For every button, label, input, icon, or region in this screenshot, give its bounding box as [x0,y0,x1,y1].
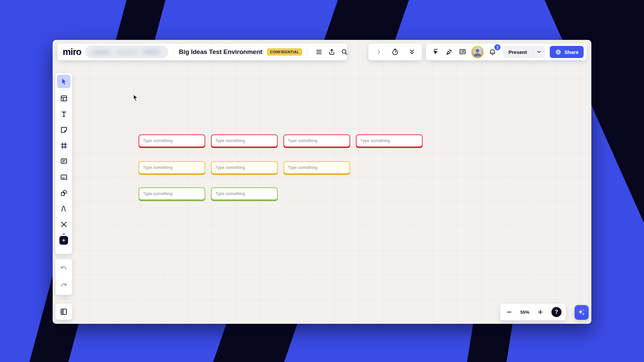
follow-cursor-button[interactable] [429,46,442,58]
globe-icon [555,49,562,56]
tool-connector[interactable] [57,217,70,232]
session-card [368,44,422,60]
tools-toolbar [55,73,72,254]
mouse-cursor [132,94,139,101]
blur-blob [91,50,111,55]
redo-icon [59,281,68,290]
feedback-button[interactable] [456,46,469,58]
zoom-out-button[interactable] [504,306,514,318]
tool-select[interactable] [57,75,70,88]
zoom-level[interactable]: 55% [520,310,529,315]
timer-icon [391,48,399,56]
sparkles-icon [577,308,586,317]
confidential-badge[interactable]: CONFIDENTIAL [267,48,302,56]
text-icon [60,110,68,118]
help-button[interactable]: ? [551,307,561,317]
divider [173,47,174,57]
avatar[interactable] [471,46,484,58]
follow-cursor-icon [432,48,440,56]
collapse-icon [408,48,416,56]
export-icon [328,48,336,56]
templates-icon [60,94,68,103]
tool-pen[interactable] [57,201,70,217]
divider [307,47,308,57]
input-field-red[interactable]: Type something [356,134,423,147]
input-field-red[interactable]: Type something [211,134,278,147]
tool-card[interactable] [57,169,70,185]
pen-icon [60,204,68,213]
input-field-green[interactable]: Type something [139,187,205,200]
collaboration-card: 3 Present Share [426,44,587,60]
history-toolbar [55,259,72,295]
frames-panel-icon [59,307,68,316]
menu-button[interactable] [313,46,325,58]
feedback-icon [459,48,467,56]
ai-assistant-button[interactable] [575,305,589,320]
input-field-red[interactable]: Type something [283,134,350,147]
redo-button[interactable] [57,278,70,294]
plus-icon [59,236,68,245]
present-button[interactable]: Present [503,49,533,55]
undo-button[interactable] [57,260,70,276]
tool-sticky-note[interactable] [57,122,70,138]
sticky-note-icon [60,126,68,134]
search-icon [340,48,348,56]
reactions-icon [445,48,453,56]
minus-icon [506,309,513,315]
miro-logo[interactable]: miro [63,47,81,57]
desktop-background: Type something Type something Type somet… [0,0,644,362]
connector-icon [60,220,68,229]
tool-text[interactable] [57,106,70,122]
zoom-controls: 55% ? [500,304,566,320]
frames-panel-button[interactable] [55,304,72,320]
tool-frame[interactable] [57,138,70,154]
board-canvas[interactable]: Type something Type something Type somet… [53,40,591,324]
present-split-button[interactable]: Present [503,46,545,58]
collapse-toolbar-button[interactable] [406,46,418,58]
comment-icon [60,157,68,166]
input-field-yellow[interactable]: Type something [211,161,278,174]
select-cursor-icon [60,77,68,86]
header-board-card: miro Big Ideas Test Environment CONFIDEN… [57,44,347,60]
tool-templates[interactable] [57,90,70,106]
lightning-badge-icon [472,47,477,53]
miro-app-window: Type something Type something Type somet… [53,40,591,324]
zoom-in-button[interactable] [536,306,545,318]
menu-icon [315,48,323,56]
share-label: Share [565,49,579,55]
shapes-icon [60,189,68,197]
tool-comment[interactable] [57,154,70,169]
reactions-button[interactable] [443,46,455,58]
input-field-yellow[interactable]: Type something [283,161,350,174]
notifications-button[interactable]: 3 [486,46,499,58]
tool-shapes[interactable] [57,185,70,201]
board-title[interactable]: Big Ideas Test Environment [179,48,262,56]
present-options-button[interactable] [533,46,545,58]
timer-button[interactable] [389,46,401,58]
notification-count-badge: 3 [494,44,500,50]
blur-blob [115,50,139,55]
expand-panel-button[interactable] [372,46,385,58]
search-button[interactable] [338,46,351,58]
board-switcher-blurred[interactable] [85,46,168,58]
plus-icon [537,309,544,315]
card-icon [60,173,68,181]
input-field-red[interactable]: Type something [139,134,205,147]
input-field-yellow[interactable]: Type something [139,161,205,174]
blur-blob [142,49,161,55]
frame-icon [60,141,68,150]
share-button[interactable]: Share [550,46,584,58]
tool-more-tools[interactable] [57,232,70,248]
input-field-green[interactable]: Type something [211,187,278,200]
chevron-down-icon [536,49,542,55]
export-button[interactable] [325,46,338,58]
chevron-right-icon [375,48,383,56]
undo-icon [59,264,68,273]
